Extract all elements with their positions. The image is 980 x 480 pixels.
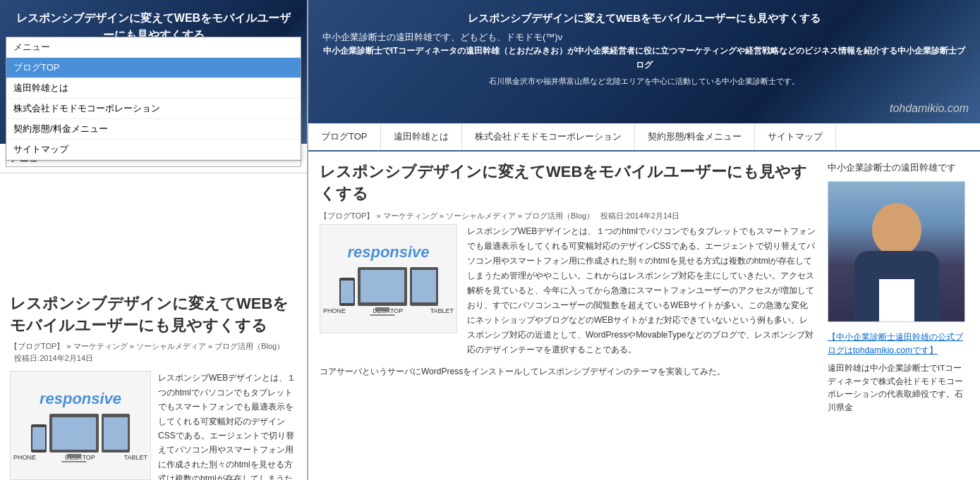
right-header-desc: 中小企業診断士でITコーディネータの遠田幹雄（とおだみきお）が中小企業経営者に役… xyxy=(322,44,966,73)
sidebar-avatar xyxy=(828,181,965,322)
right-sidebar: 中小企業診断士の遠田幹雄です 【中小企業診断士遠田幹雄の公式ブログはtohdam… xyxy=(828,161,969,480)
right-header-domain: tohdamikio.com xyxy=(890,102,969,115)
tablet-screen xyxy=(104,417,128,450)
right-phone-screen xyxy=(341,281,353,303)
left-article-title: レスポンシブデザインに変えてWEBをモバイルユーザーにも見やすくする xyxy=(10,293,297,337)
right-header-subtitle: 中小企業診断士の遠田幹雄です、どもども、ドモドモ(™)ν xyxy=(322,31,966,44)
nav-company[interactable]: 株式会社ドモドモコーポレーション xyxy=(462,123,635,150)
right-responsive-label: responsive xyxy=(347,243,429,261)
right-nav: ブログTOP 遠田幹雄とは 株式会社ドモドモコーポレーション 契約形態/料金メニ… xyxy=(308,123,980,152)
left-article-body: responsive PHONE DES xyxy=(10,371,297,480)
right-devices-container xyxy=(339,267,438,306)
right-tablet-label: TABLET xyxy=(430,307,454,314)
right-article-text-bottom: コアサーバというサーバにWordPressをインストールしてレスポンシブデザイン… xyxy=(320,364,816,379)
device-tablet xyxy=(102,414,130,453)
left-content: レスポンシブデザインに変えてWEBをモバイルユーザーにも見やすくする 【ブログT… xyxy=(0,286,307,480)
menu-item-label[interactable]: メニュー xyxy=(6,37,301,58)
right-article-title: レスポンシブデザインに変えてWEBをモバイルユーザーにも見やすくする xyxy=(320,161,816,205)
right-desktop-screen xyxy=(361,270,404,302)
phone-screen xyxy=(32,427,45,450)
avatar-body xyxy=(854,251,939,321)
right-header-location: 石川県金沢市や福井県富山県など北陸エリアを中心に活動している中小企業診断士です。 xyxy=(322,75,966,87)
breadcrumb-text: 【ブログTOP】 » マーケティング » ソーシャルメディア » ブログ活用（B… xyxy=(10,342,284,350)
right-breadcrumb: 【ブログTOP】 » マーケティング » ソーシャルメディア » ブログ活用（B… xyxy=(320,211,816,221)
device-phone xyxy=(31,424,47,453)
devices-container xyxy=(31,414,130,453)
right-main: レスポンシブデザインに変えてWEBをモバイルユーザーにも見やすくする 【ブログT… xyxy=(308,152,980,480)
right-header-title: レスポンシブデザインに変えてWEBをモバイルユーザーにも見やすくする xyxy=(322,10,966,27)
left-panel: レスポンシブデザインに変えてWEBをモバイルユーザーにも見やすくする 中小企業診… xyxy=(0,0,308,480)
sidebar-link-anchor[interactable]: 【中小企業診断士遠田幹雄の公式ブログはtohdamikio.comです】 xyxy=(828,332,963,355)
right-panel: レスポンシブデザインに変えてWEBをモバイルユーザーにも見やすくする 中小企業診… xyxy=(308,0,980,480)
menu-item-sitemap[interactable]: サイトマップ xyxy=(6,140,301,160)
sidebar-link: 【中小企業診断士遠田幹雄の公式ブログはtohdamikio.comです】 xyxy=(828,331,969,357)
dropdown-menu-open: メニュー ブログTOP 遠田幹雄とは 株式会社ドモドモコーポレーション 契約形態… xyxy=(6,37,301,161)
tablet-label: TABLET xyxy=(124,454,147,461)
left-breadcrumb: 【ブログTOP】 » マーケティング » ソーシャルメディア » ブログ活用（B… xyxy=(10,340,297,364)
right-phone-label: PHONE xyxy=(323,307,346,314)
post-date: 投稿日:2014年2月14日 xyxy=(14,354,93,362)
right-article: レスポンシブデザインに変えてWEBをモバイルユーザーにも見やすくする 【ブログT… xyxy=(320,161,816,480)
left-responsive-image: responsive PHONE DES xyxy=(10,371,151,480)
right-header: レスポンシブデザインに変えてWEBをモバイルユーザーにも見やすくする 中小企業診… xyxy=(308,0,980,123)
avatar-shirt xyxy=(879,279,914,321)
right-article-text: レスポンシブWEBデザインとは、１つのhtmlでパソコンでもタブレットでもスマー… xyxy=(467,224,816,357)
sidebar-title: 中小企業診断士の遠田幹雄です xyxy=(828,161,969,174)
right-article-body: responsive xyxy=(320,224,816,357)
left-article-text: レスポンシブWEBデザインとは、１つのhtmlでパソコンでもタブレットでもスマー… xyxy=(158,371,297,480)
right-post-date: 投稿日:2014年2月14日 xyxy=(600,211,679,220)
right-device-phone xyxy=(339,278,355,306)
menu-item-company[interactable]: 株式会社ドモドモコーポレーション xyxy=(6,99,301,119)
menu-item-profile[interactable]: 遠田幹雄とは xyxy=(6,78,301,99)
right-tablet-screen xyxy=(412,270,436,302)
nav-blogtop[interactable]: ブログTOP xyxy=(308,123,381,150)
avatar-figure xyxy=(828,182,964,321)
right-device-desktop xyxy=(358,267,407,306)
avatar-head xyxy=(872,203,921,256)
nav-sitemap[interactable]: サイトマップ xyxy=(755,123,836,150)
nav-profile[interactable]: 遠田幹雄とは xyxy=(381,123,462,150)
right-device-tablet xyxy=(410,267,438,306)
sidebar-desc: 遠田幹雄は中小企業診断士でITコーディネータで株式会社ドモドモコーポレーションの… xyxy=(828,362,969,414)
menu-item-blogtop[interactable]: ブログTOP xyxy=(6,58,301,78)
responsive-label: responsive xyxy=(40,390,121,408)
phone-label: PHONE xyxy=(13,454,36,461)
right-breadcrumb-text: 【ブログTOP】 » マーケティング » ソーシャルメディア » ブログ活用（B… xyxy=(320,211,594,220)
nav-pricing[interactable]: 契約形態/料金メニュー xyxy=(635,123,756,150)
right-responsive-image: responsive xyxy=(320,224,457,333)
desktop-screen xyxy=(52,417,96,450)
device-desktop xyxy=(49,414,99,453)
menu-item-pricing[interactable]: 契約形態/料金メニュー xyxy=(6,119,301,140)
